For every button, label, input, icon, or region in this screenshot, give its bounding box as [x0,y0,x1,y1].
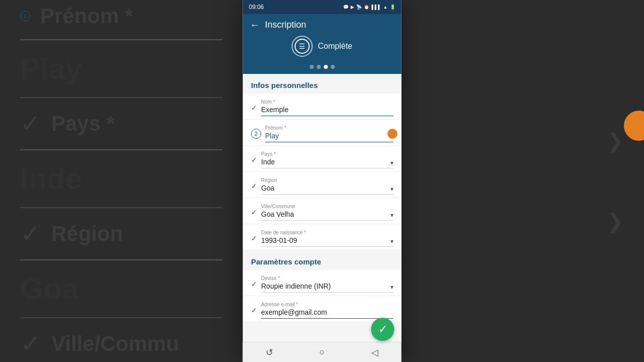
dot-4 [331,65,335,69]
header-icon-inner: ☰ [295,39,310,54]
bottom-nav: ↺ ○ ◁ [243,342,401,362]
label-prenom: Prénom * [265,125,393,131]
header-top: ← Inscription [250,19,394,31]
value-devise[interactable]: Roupie indienne (INR) [261,282,393,293]
bg-row-inde: Inde [20,150,222,208]
num-prenom: 2 [251,129,261,139]
nav-recents-button[interactable]: ◁ [365,342,385,363]
bg-chevron-pays: ❯ [607,129,624,152]
fab-button[interactable]: ✓ [371,318,394,341]
bg-row-play: Play [20,40,222,98]
bg-row-goa: Goa [20,260,222,318]
chevron-dob: ▾ [390,238,393,245]
chevron-region: ▾ [390,186,393,193]
bg-region-label: Région [51,222,123,246]
bg-prenom-label: Prénom * [40,4,133,28]
field-inner-pays: Pays * Inde ▾ [261,149,393,170]
status-bar: 09:06 💬 ▶ 📡 ⏰ ▌▌▌ ▲ 🔋 [243,0,401,14]
orange-badge [387,129,397,139]
orange-decoration [624,111,644,141]
value-region[interactable]: Goa [261,184,393,195]
form-content[interactable]: Infos personnelles ✓ Nom * Exemple 2 Pré… [243,74,401,342]
nav-home-button[interactable]: ○ [312,342,332,363]
bg-row-pays: ✓ Pays * [20,98,222,150]
chevron-pays: ▾ [390,159,393,166]
label-region: Région [261,177,393,183]
header-complete-text: Complète [318,42,352,51]
fab-check-icon: ✓ [378,323,387,336]
label-nom: Nom * [261,99,393,105]
list-icon: ☰ [299,42,305,50]
label-dob: Date de naissance * [261,230,393,235]
bg-inde-value: Inde [20,161,82,196]
status-cast-icon: 📡 [356,5,362,10]
bg-check-ville: ✓ [20,329,41,358]
status-wifi-icon: ▲ [383,5,388,10]
bg-check-region: ✓ [20,219,41,248]
check-region: ✓ [251,182,257,190]
bg-goa-value: Goa [20,272,79,306]
check-email: ✓ [251,306,257,314]
check-nom: ✓ [251,104,257,112]
bg-play-value: Play [20,51,82,86]
label-ville: Ville/Commune [261,204,393,209]
dot-2 [316,65,320,69]
check-ville: ✓ [251,208,257,216]
phone-frame: 09:06 💬 ▶ 📡 ⏰ ▌▌▌ ▲ 🔋 ← Inscription ☰ Co… [243,0,401,362]
chevron-ville: ▾ [390,212,393,219]
bg-num-2: 2 [20,11,30,21]
field-inner-dob: Date de naissance * 1993-01-09 ▾ [261,228,393,249]
status-battery-icon: 🔋 [390,5,395,10]
background-left: 2 Prénom * Play ✓ Pays * Inde ✓ Région G… [0,0,243,362]
dot-3 [324,65,328,69]
value-email[interactable]: exemple@gmail.com [261,308,393,319]
chevron-devise: ▾ [390,284,393,291]
bg-row-prenom: 2 Prénom * [20,0,222,40]
field-inner-region: Région Goa ▾ [261,175,393,197]
personal-info-title: Infos personnelles [243,74,401,94]
field-inner-email: Adresse e-mail * exemple@gmail.com [261,300,393,321]
header-title: Inscription [265,20,306,30]
nav-back-button[interactable]: ↺ [259,342,279,363]
bg-row-region: ✓ Région [20,208,222,260]
background-right: ❯ ❯ [401,0,644,362]
back-button[interactable]: ← [250,19,260,31]
bg-ville-label: Ville/Commu [51,332,179,356]
field-prenom[interactable]: 2 Prénom * Play [243,120,401,146]
status-signal-icon: ▌▌▌ [371,5,381,10]
field-ville[interactable]: ✓ Ville/Commune Goa Velha ▾ [243,198,401,224]
field-nom[interactable]: ✓ Nom * Exemple [243,94,401,120]
bg-pays-label: Pays * [51,112,115,136]
field-region[interactable]: ✓ Région Goa ▾ [243,172,401,198]
bg-check-pays: ✓ [20,109,41,138]
label-pays: Pays * [261,151,393,157]
status-icons: 💬 ▶ 📡 ⏰ ▌▌▌ ▲ 🔋 [343,5,395,10]
dot-1 [309,65,313,69]
field-inner-devise: Devise * Roupie indienne (INR) ▾ [261,274,393,295]
status-alarm-icon: ⏰ [364,5,369,10]
check-devise: ✓ [251,280,257,288]
bg-row-ville: ✓ Ville/Commu [20,318,222,363]
field-devise[interactable]: ✓ Devise * Roupie indienne (INR) ▾ [243,270,401,296]
field-inner-ville: Ville/Commune Goa Velha ▾ [261,202,393,223]
header-icon-row: ☰ Complète [250,36,394,57]
value-nom[interactable]: Exemple [261,106,393,116]
check-pays: ✓ [251,156,257,164]
label-email: Adresse e-mail * [261,302,393,307]
field-inner-nom: Nom * Exemple [261,97,393,118]
value-ville[interactable]: Goa Velha [261,210,393,221]
value-pays[interactable]: Inde [261,158,393,168]
field-pays[interactable]: ✓ Pays * Inde ▾ [243,146,401,172]
value-dob[interactable]: 1993-01-09 [261,236,393,247]
app-header: ← Inscription ☰ Complète [243,14,401,74]
progress-dots [250,62,394,74]
header-icon-circle: ☰ [292,36,313,57]
account-params-title: Paramètres compte [243,250,401,270]
status-time: 09:06 [249,4,264,11]
value-prenom[interactable]: Play [265,132,393,142]
check-dob: ✓ [251,234,257,242]
field-inner-prenom: Prénom * Play [265,123,393,144]
label-devise: Devise * [261,276,393,281]
field-dob[interactable]: ✓ Date de naissance * 1993-01-09 ▾ [243,224,401,250]
status-cam-icon: ▶ [351,5,354,10]
